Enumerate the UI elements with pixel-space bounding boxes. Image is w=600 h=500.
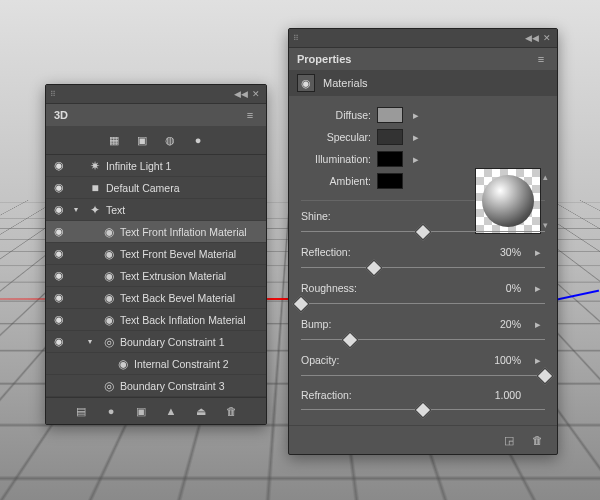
delete-icon[interactable]: 🗑 — [223, 403, 239, 419]
layer-type-icon: ◉ — [102, 291, 116, 305]
visibility-toggle-icon[interactable]: ◉ — [52, 313, 66, 326]
layer-label: Infinite Light 1 — [106, 160, 260, 172]
delete-material-icon[interactable]: 🗑 — [529, 432, 545, 448]
layer-row[interactable]: ◉Internal Constraint 2 — [46, 353, 266, 375]
save-preset-icon[interactable]: ◲ — [501, 432, 517, 448]
layer-label: Text — [106, 204, 260, 216]
texture-picker-icon[interactable]: ▸ — [531, 353, 545, 367]
slider-label: Opacity: — [301, 354, 455, 366]
add-layer-icon[interactable]: ▤ — [73, 403, 89, 419]
layer-label: Internal Constraint 2 — [134, 358, 260, 370]
color-swatch[interactable] — [377, 129, 403, 145]
slider-row: Opacity:100%▸ — [301, 353, 545, 383]
panel-tabbar[interactable]: ⠿ ◀◀ ✕ — [46, 85, 266, 104]
slider-thumb[interactable] — [366, 260, 383, 277]
visibility-toggle-icon[interactable]: ◉ — [52, 159, 66, 172]
panel-close-icon[interactable]: ✕ — [541, 33, 553, 43]
ground-icon[interactable]: ⏏ — [193, 403, 209, 419]
layer-row[interactable]: ◉◉Text Extrusion Material — [46, 265, 266, 287]
new-light-icon[interactable]: ● — [103, 403, 119, 419]
layer-type-icon: ✦ — [88, 203, 102, 217]
panel-3d-title: 3D ≡ — [46, 104, 266, 126]
slider-track[interactable] — [301, 261, 545, 275]
twisty-icon[interactable]: ▾ — [74, 205, 84, 214]
layer-label: Text Front Inflation Material — [120, 226, 260, 238]
slider-track[interactable] — [301, 403, 545, 417]
filter-mesh-icon[interactable]: ▣ — [134, 132, 150, 148]
texture-picker-icon[interactable]: ▸ — [531, 245, 545, 259]
layer-row[interactable]: ◉✷Infinite Light 1 — [46, 155, 266, 177]
filter-bar: ▦ ▣ ◍ ● — [46, 126, 266, 155]
slider-track[interactable] — [301, 369, 545, 383]
layer-row[interactable]: ◉▾◎Boundary Constraint 1 — [46, 331, 266, 353]
slider-value[interactable]: 0% — [461, 282, 525, 294]
filter-light-icon[interactable]: ● — [190, 132, 206, 148]
layer-row[interactable]: ◎Boundary Constraint 3 — [46, 375, 266, 397]
slider-track[interactable] — [301, 225, 545, 239]
panel-collapse-left-icon[interactable]: ◀◀ — [235, 89, 247, 99]
panel-grip[interactable]: ⠿ — [50, 90, 55, 99]
slider-value[interactable]: 20% — [461, 318, 525, 330]
panel-properties: ⠿ ◀◀ ✕ Properties ≡ ◉ Materials Diffuse:… — [288, 28, 558, 455]
panel-menu-icon[interactable]: ≡ — [242, 109, 258, 121]
color-swatch[interactable] — [377, 107, 403, 123]
slider-thumb[interactable] — [415, 224, 432, 241]
layer-row[interactable]: ◉■Default Camera — [46, 177, 266, 199]
texture-picker-icon[interactable]: ▸ — [531, 317, 545, 331]
visibility-toggle-icon[interactable]: ◉ — [52, 203, 66, 216]
slider-thumb[interactable] — [293, 296, 310, 313]
slider-track[interactable] — [301, 333, 545, 347]
layer-row[interactable]: ◉◉Text Front Inflation Material — [46, 221, 266, 243]
panel-grip[interactable]: ⠿ — [293, 34, 298, 43]
texture-picker-icon[interactable]: ▸ — [409, 152, 423, 166]
layer-row[interactable]: ◉◉Text Back Inflation Material — [46, 309, 266, 331]
visibility-toggle-icon[interactable]: ◉ — [52, 335, 66, 348]
properties-body: Diffuse:▸Specular:▸Illumination:▸Ambient… — [289, 96, 557, 425]
slider-thumb[interactable] — [537, 368, 554, 385]
new-camera-icon[interactable]: ▣ — [133, 403, 149, 419]
visibility-toggle-icon[interactable]: ◉ — [52, 291, 66, 304]
filter-scene-icon[interactable]: ▦ — [106, 132, 122, 148]
slider-label: Reflection: — [301, 246, 455, 258]
swatch-label: Illumination: — [301, 153, 371, 165]
panel-tabbar[interactable]: ⠿ ◀◀ ✕ — [289, 29, 557, 48]
layer-label: Text Front Bevel Material — [120, 248, 260, 260]
slider-thumb[interactable] — [341, 332, 358, 349]
panel-properties-title: Properties ≡ — [289, 48, 557, 70]
panel-menu-icon[interactable]: ≡ — [533, 53, 549, 65]
swatch-row: Illumination:▸ — [301, 148, 545, 170]
swatch-row: Specular:▸ — [301, 126, 545, 148]
layer-type-icon: ◉ — [102, 269, 116, 283]
panel-title-label: Properties — [297, 53, 351, 65]
layer-list: ◉✷Infinite Light 1◉■Default Camera◉▾✦Tex… — [46, 155, 266, 397]
texture-picker-icon[interactable]: ▸ — [409, 130, 423, 144]
texture-picker-icon[interactable]: ▸ — [531, 281, 545, 295]
color-swatch[interactable] — [377, 151, 403, 167]
swatch-label: Specular: — [301, 131, 371, 143]
render-icon[interactable]: ▲ — [163, 403, 179, 419]
color-swatch[interactable] — [377, 173, 403, 189]
slider-thumb[interactable] — [415, 402, 432, 419]
visibility-toggle-icon[interactable]: ◉ — [52, 269, 66, 282]
slider-value[interactable]: 1.000 — [461, 389, 525, 401]
layer-row[interactable]: ◉▾✦Text — [46, 199, 266, 221]
visibility-toggle-icon[interactable]: ◉ — [52, 225, 66, 238]
panel-collapse-left-icon[interactable]: ◀◀ — [526, 33, 538, 43]
slider-track[interactable] — [301, 297, 545, 311]
visibility-toggle-icon[interactable]: ◉ — [52, 181, 66, 194]
filter-material-icon[interactable]: ◍ — [162, 132, 178, 148]
layer-type-icon: ◉ — [102, 225, 116, 239]
panel-3d: ⠿ ◀◀ ✕ 3D ≡ ▦ ▣ ◍ ● ◉✷Infinite Light 1◉■… — [45, 84, 267, 425]
slider-value[interactable]: 100% — [461, 354, 525, 366]
slider-value[interactable]: 30% — [461, 246, 525, 258]
texture-picker-icon[interactable]: ▸ — [409, 108, 423, 122]
panel-close-icon[interactable]: ✕ — [250, 89, 262, 99]
slider-row: Refraction:1.000 — [301, 389, 545, 417]
swatch-label: Ambient: — [301, 175, 371, 187]
visibility-toggle-icon[interactable]: ◉ — [52, 247, 66, 260]
twisty-icon[interactable]: ▾ — [88, 337, 98, 346]
properties-footer: ◲ 🗑 — [289, 425, 557, 454]
layer-row[interactable]: ◉◉Text Back Bevel Material — [46, 287, 266, 309]
layer-row[interactable]: ◉◉Text Front Bevel Material — [46, 243, 266, 265]
preview-prev-icon[interactable]: ▴ — [543, 172, 553, 182]
